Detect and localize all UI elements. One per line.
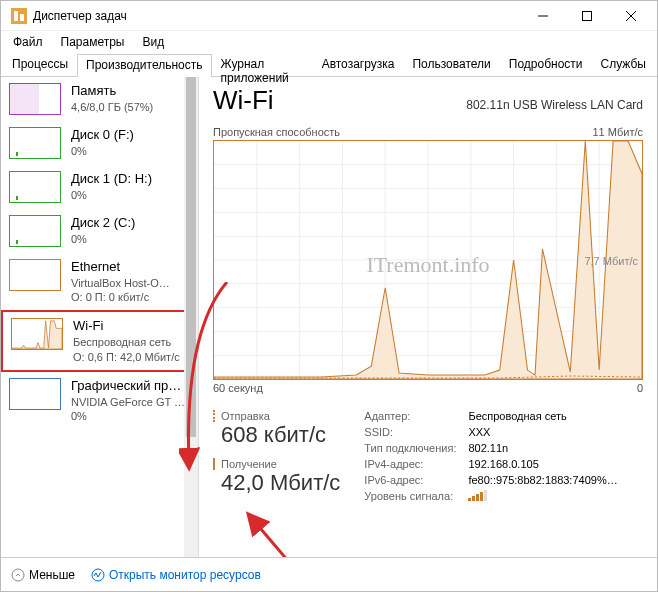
fewer-label: Меньше (29, 568, 75, 582)
sidebar-label: Wi-Fi (73, 318, 180, 335)
recv-value: 42,0 Мбит/с (213, 470, 340, 496)
sidebar-item-disk0[interactable]: Диск 0 (F:) 0% (1, 121, 198, 165)
prop-label: IPv4-адрес: (364, 458, 456, 470)
chart-xmin: 60 секунд (213, 382, 263, 394)
memory-thumb-icon (9, 83, 61, 115)
chart-max: 11 Мбит/с (593, 126, 644, 138)
sidebar-sub2: О: 0,6 П: 42,0 Мбит/с (73, 350, 180, 364)
sidebar-label: Диск 1 (D: H:) (71, 171, 152, 188)
svg-point-26 (92, 569, 104, 581)
maximize-button[interactable] (565, 2, 609, 30)
tab-performance[interactable]: Производительность (77, 54, 211, 77)
signal-bars-icon (468, 490, 617, 503)
sidebar-item-disk1[interactable]: Диск 1 (D: H:) 0% (1, 165, 198, 209)
bottombar: Меньше Открыть монитор ресурсов (1, 557, 657, 591)
sidebar-item-gpu[interactable]: Графический пр… NVIDIA GeForce GT 4… 0% (1, 372, 198, 429)
sidebar-label: Диск 2 (C:) (71, 215, 135, 232)
prop-label: IPv6-адрес: (364, 474, 456, 486)
sidebar-label: Диск 0 (F:) (71, 127, 134, 144)
app-icon (11, 8, 27, 24)
chart-midlabel: 7,7 Мбит/с (584, 255, 638, 267)
sidebar-scrollbar[interactable] (184, 77, 198, 557)
tab-app-history[interactable]: Журнал приложений (212, 53, 313, 76)
prop-value: fe80::975:8b82:1883:7409%… (468, 474, 617, 486)
metrics: Отправка 608 кбит/с Получение 42,0 Мбит/… (213, 410, 340, 503)
disk-thumb-icon (9, 127, 61, 159)
tab-startup[interactable]: Автозагрузка (313, 53, 404, 76)
disk-thumb-icon (9, 171, 61, 203)
content: Память 4,6/8,0 ГБ (57%) Диск 0 (F:) 0% Д… (1, 77, 657, 557)
sidebar-label: Ethernet (71, 259, 170, 276)
sidebar-sub: 0% (71, 232, 135, 246)
chart-xmax: 0 (637, 382, 643, 394)
wifi-thumb-icon (11, 318, 63, 350)
sidebar-sub: Беспроводная сеть (73, 335, 180, 349)
ethernet-thumb-icon (9, 259, 61, 291)
chart-label: Пропускная способность (213, 126, 340, 138)
monitor-label: Открыть монитор ресурсов (109, 568, 261, 582)
minimize-button[interactable] (521, 2, 565, 30)
prop-label: Уровень сигнала: (364, 490, 456, 503)
prop-label: SSID: (364, 426, 456, 438)
tab-services[interactable]: Службы (592, 53, 655, 76)
svg-rect-4 (583, 11, 592, 20)
recv-label: Получение (213, 458, 340, 470)
menu-file[interactable]: Файл (5, 33, 51, 51)
prop-label: Адаптер: (364, 410, 456, 422)
sidebar-label: Память (71, 83, 153, 100)
prop-value: 802.11n (468, 442, 617, 454)
send-label: Отправка (213, 410, 340, 422)
sidebar-item-ethernet[interactable]: Ethernet VirtualBox Host-O… О: 0 П: 0 кб… (1, 253, 198, 310)
sidebar: Память 4,6/8,0 ГБ (57%) Диск 0 (F:) 0% Д… (1, 77, 199, 557)
gpu-thumb-icon (9, 378, 61, 410)
prop-label: Тип подключения: (364, 442, 456, 454)
disk-thumb-icon (9, 215, 61, 247)
sidebar-sub: 0% (71, 188, 152, 202)
window-title: Диспетчер задач (33, 9, 521, 23)
page-title: Wi-Fi (213, 85, 274, 116)
tabbar: Процессы Производительность Журнал прило… (1, 53, 657, 77)
prop-value: XXX (468, 426, 617, 438)
svg-rect-1 (14, 11, 18, 21)
send-value: 608 кбит/с (213, 422, 340, 448)
sidebar-sub2: 0% (71, 409, 190, 423)
svg-point-25 (12, 569, 24, 581)
sidebar-item-disk2[interactable]: Диск 2 (C:) 0% (1, 209, 198, 253)
sidebar-sub: VirtualBox Host-O… (71, 276, 170, 290)
prop-value: 192.168.0.105 (468, 458, 617, 470)
svg-rect-2 (20, 14, 24, 21)
menu-view[interactable]: Вид (134, 33, 172, 51)
main-panel: Wi-Fi 802.11n USB Wireless LAN Card Проп… (199, 77, 657, 557)
close-button[interactable] (609, 2, 653, 30)
sidebar-item-wifi[interactable]: Wi-Fi Беспроводная сеть О: 0,6 П: 42,0 М… (1, 310, 198, 371)
menu-options[interactable]: Параметры (53, 33, 133, 51)
titlebar: Диспетчер задач (1, 1, 657, 31)
sidebar-item-memory[interactable]: Память 4,6/8,0 ГБ (57%) (1, 77, 198, 121)
tab-processes[interactable]: Процессы (3, 53, 77, 76)
tab-users[interactable]: Пользователи (403, 53, 499, 76)
throughput-chart[interactable]: ITremont.info 7,7 Мбит/с (213, 140, 643, 380)
open-resource-monitor-link[interactable]: Открыть монитор ресурсов (91, 568, 261, 582)
sidebar-sub: 0% (71, 144, 134, 158)
adapter-name: 802.11n USB Wireless LAN Card (466, 98, 643, 112)
menubar: Файл Параметры Вид (1, 31, 657, 53)
tab-details[interactable]: Подробности (500, 53, 592, 76)
task-manager-window: Диспетчер задач Файл Параметры Вид Проце… (0, 0, 658, 592)
prop-value: Беспроводная сеть (468, 410, 617, 422)
arrow-icon (239, 507, 299, 557)
sidebar-sub2: О: 0 П: 0 кбит/с (71, 290, 170, 304)
sidebar-label: Графический пр… (71, 378, 190, 395)
properties: Адаптер: Беспроводная сеть SSID: XXX Тип… (364, 410, 617, 503)
sidebar-sub: NVIDIA GeForce GT 4… (71, 395, 190, 409)
sidebar-sub: 4,6/8,0 ГБ (57%) (71, 100, 153, 114)
fewer-details-button[interactable]: Меньше (11, 568, 75, 582)
svg-rect-0 (11, 8, 27, 24)
